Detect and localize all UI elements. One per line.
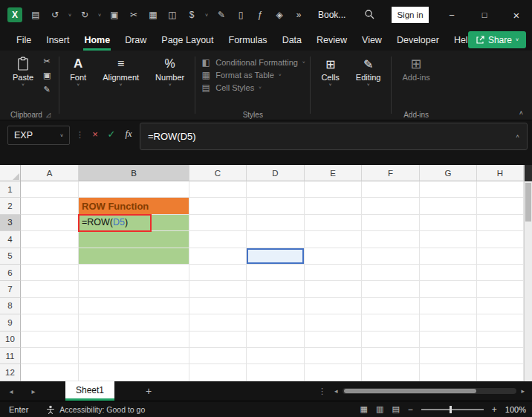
- cut-icon[interactable]: ✂: [125, 6, 143, 24]
- cell-B7[interactable]: [79, 281, 189, 297]
- cell-E4[interactable]: [305, 231, 362, 248]
- row-header-1[interactable]: 1: [0, 181, 21, 198]
- cell-F4[interactable]: [362, 231, 420, 248]
- cell-B5[interactable]: [79, 248, 189, 265]
- select-all-corner[interactable]: [0, 165, 21, 181]
- cell-D1[interactable]: [247, 181, 305, 198]
- cell-G6[interactable]: [420, 265, 477, 281]
- cell-G4[interactable]: [420, 231, 477, 248]
- share-button[interactable]: Share ˅: [468, 31, 526, 48]
- alignment-group-button[interactable]: ≡ Alignment ˅: [97, 55, 144, 88]
- cancel-button[interactable]: ×: [88, 129, 103, 140]
- maximize-button[interactable]: □: [468, 0, 501, 30]
- paste-button[interactable]: Paste ˅: [7, 55, 39, 88]
- cell-E9[interactable]: [305, 314, 362, 331]
- row-header-5[interactable]: 5: [0, 248, 21, 265]
- font-group-button[interactable]: A Font ˅: [65, 55, 91, 88]
- cell-C4[interactable]: [189, 231, 247, 248]
- cell-E12[interactable]: [305, 364, 362, 381]
- row-header-12[interactable]: 12: [0, 364, 21, 381]
- editing-group-button[interactable]: ✎ Editing ˅: [351, 55, 386, 88]
- redo-icon[interactable]: ↻: [76, 6, 94, 24]
- row-header-11[interactable]: 11: [0, 348, 21, 364]
- enter-button[interactable]: ✓: [104, 129, 119, 140]
- vertical-scrollbar-thumb[interactable]: [525, 183, 531, 222]
- cell-E11[interactable]: [305, 348, 362, 364]
- picture-icon[interactable]: ▦: [144, 6, 162, 24]
- table-icon[interactable]: ◫: [163, 6, 181, 24]
- undo-dropdown-icon[interactable]: ˅: [65, 6, 74, 24]
- cell-B2[interactable]: ROW Function: [79, 198, 189, 214]
- row-header-8[interactable]: 8: [0, 298, 21, 314]
- collapse-ribbon-icon[interactable]: ˄: [519, 109, 523, 117]
- scrollbar-top-button[interactable]: [525, 165, 532, 181]
- row-header-3[interactable]: 3: [0, 215, 21, 231]
- row-header-10[interactable]: 10: [0, 332, 21, 348]
- cell-G7[interactable]: [420, 281, 477, 297]
- column-header-F[interactable]: F: [362, 165, 420, 181]
- cell-B3[interactable]: =ROW(D5): [79, 215, 189, 231]
- cell-F12[interactable]: [362, 364, 420, 381]
- excel-logo-icon[interactable]: X: [7, 7, 22, 22]
- cell-H7[interactable]: [477, 281, 524, 297]
- column-header-E[interactable]: E: [305, 165, 362, 181]
- cell-H8[interactable]: [477, 298, 524, 314]
- cell-G10[interactable]: [420, 332, 477, 348]
- currency-dropdown-icon[interactable]: ˅: [202, 6, 211, 24]
- collapse-formula-bar-icon[interactable]: ˄: [516, 133, 519, 140]
- cell-C3[interactable]: [189, 215, 247, 231]
- cell-B10[interactable]: [79, 332, 189, 348]
- zoom-level[interactable]: 100%: [505, 405, 526, 414]
- cell-D6[interactable]: [247, 265, 305, 281]
- menu-tab-review[interactable]: Review: [309, 30, 354, 51]
- cell-B12[interactable]: [79, 364, 189, 381]
- cell-G2[interactable]: [420, 198, 477, 214]
- addins-button[interactable]: ⊞ Add-ins: [397, 55, 435, 83]
- cell-D11[interactable]: [247, 348, 305, 364]
- cell-D4[interactable]: [247, 231, 305, 248]
- name-box[interactable]: EXP ˅: [7, 126, 70, 145]
- cell-C1[interactable]: [189, 181, 247, 198]
- cell-F5[interactable]: [362, 248, 420, 265]
- menu-tab-data[interactable]: Data: [275, 30, 309, 51]
- column-header-C[interactable]: C: [189, 165, 247, 181]
- cell-D7[interactable]: [247, 281, 305, 297]
- cell-A8[interactable]: [21, 298, 79, 314]
- cell-C11[interactable]: [189, 348, 247, 364]
- format-painter-icon[interactable]: ✎: [40, 85, 53, 94]
- conditional-formatting-button[interactable]: ◧ Conditional Formatting ˅: [201, 57, 305, 68]
- cell-F9[interactable]: [362, 314, 420, 331]
- cell-E2[interactable]: [305, 198, 362, 214]
- menu-tab-view[interactable]: View: [354, 30, 389, 51]
- name-box-dropdown-icon[interactable]: ˅: [60, 133, 63, 138]
- cell-F6[interactable]: [362, 265, 420, 281]
- cell-D2[interactable]: [247, 198, 305, 214]
- cell-A2[interactable]: [21, 198, 79, 214]
- cell-C6[interactable]: [189, 265, 247, 281]
- row-header-7[interactable]: 7: [0, 281, 21, 297]
- cell-F1[interactable]: [362, 181, 420, 198]
- cell-E7[interactable]: [305, 281, 362, 297]
- cell-H11[interactable]: [477, 348, 524, 364]
- vertical-scrollbar[interactable]: [524, 165, 532, 381]
- lock-icon[interactable]: ◈: [270, 6, 288, 24]
- horizontal-scrollbar-track[interactable]: [343, 388, 517, 394]
- cell-F8[interactable]: [362, 298, 420, 314]
- cell-E6[interactable]: [305, 265, 362, 281]
- cell-B9[interactable]: [79, 314, 189, 331]
- cell-A12[interactable]: [21, 364, 79, 381]
- page-layout-view-icon[interactable]: ▥: [376, 404, 383, 414]
- column-header-H[interactable]: H: [477, 165, 524, 181]
- horizontal-scrollbar-thumb[interactable]: [344, 389, 477, 393]
- prev-sheet-icon[interactable]: ◂: [0, 387, 22, 395]
- sheet-options-icon[interactable]: ⋮: [318, 387, 326, 396]
- cell-C12[interactable]: [189, 364, 247, 381]
- row-header-2[interactable]: 2: [0, 198, 21, 214]
- dialog-launcher-icon[interactable]: ◿: [46, 111, 51, 118]
- cell-H1[interactable]: [477, 181, 524, 198]
- row-header-4[interactable]: 4: [0, 231, 21, 248]
- cell-F2[interactable]: [362, 198, 420, 214]
- accessibility-status[interactable]: Accessibility: Good to go: [46, 405, 145, 414]
- cell-H2[interactable]: [477, 198, 524, 214]
- menu-tab-file[interactable]: File: [9, 30, 39, 51]
